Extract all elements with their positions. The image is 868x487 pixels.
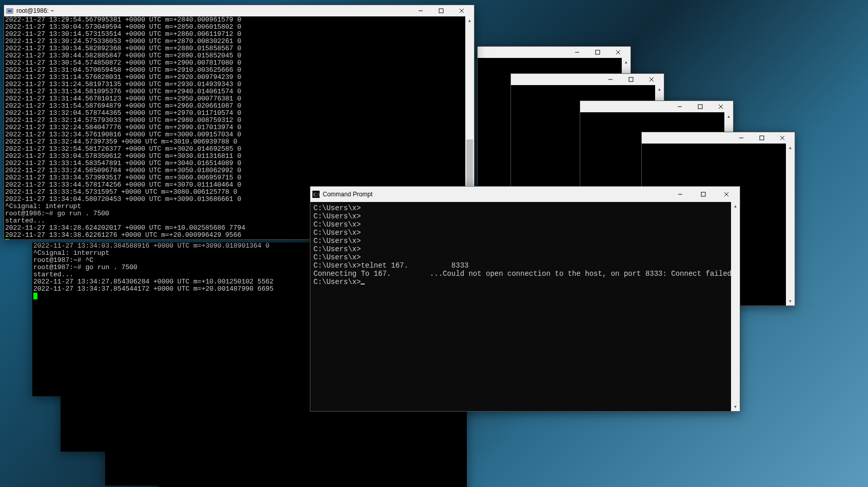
minimize-button[interactable] — [600, 74, 621, 85]
putty-icon — [6, 7, 13, 14]
terminal-line: 2022-11-27 13:32:44.57397359 +0000 UTC m… — [5, 138, 464, 146]
terminal-line: 2022-11-27 13:31:54.587694879 +0000 UTC … — [5, 103, 464, 110]
scroll-up-icon[interactable]: ▲ — [731, 202, 740, 211]
terminal-line: 2022-11-27 13:33:14.583547891 +0000 UTC … — [5, 160, 464, 167]
close-button[interactable] — [711, 101, 731, 112]
scroll-thumb[interactable] — [466, 139, 473, 186]
terminal-output[interactable]: C:\Users\x>C:\Users\x>C:\Users\x>C:\User… — [310, 202, 731, 411]
putty-titlebar[interactable]: root@1986: ~ — [4, 5, 474, 16]
maximize-button[interactable] — [431, 5, 451, 16]
minimize-button[interactable] — [567, 47, 587, 58]
scroll-up-icon[interactable]: ▲ — [465, 16, 474, 25]
terminal-line: 2022-11-27 13:30:34.582892368 +0000 UTC … — [5, 45, 464, 52]
scroll-down-icon[interactable]: ▼ — [731, 402, 740, 411]
minimize-button[interactable] — [731, 132, 752, 144]
scroll-up-icon[interactable]: ▲ — [724, 112, 733, 121]
scroll-up-icon[interactable]: ▲ — [786, 144, 795, 152]
svg-rect-2 — [698, 105, 702, 109]
bg-window-1-titlebar[interactable] — [478, 47, 630, 58]
window-title: root@1986: ~ — [16, 7, 410, 14]
maximize-button[interactable] — [587, 47, 608, 58]
terminal-line: 2022-11-27 13:29:54.567995381 +0000 UTC … — [5, 16, 464, 24]
close-button[interactable] — [451, 5, 472, 16]
svg-rect-6 — [439, 9, 443, 13]
terminal-line: 2022-11-27 13:30:44.582885847 +0000 UTC … — [5, 52, 464, 59]
scrollbar[interactable]: ▲▼ — [786, 144, 795, 306]
terminal-line: 2022-11-27 13:33:34.573993517 +0000 UTC … — [5, 174, 464, 181]
terminal-line: 2022-11-27 13:33:24.585096784 +0000 UTC … — [5, 167, 464, 174]
maximize-button[interactable] — [690, 101, 711, 112]
maximize-button[interactable] — [752, 132, 772, 144]
terminal-line: C:\Users\x> — [313, 220, 728, 229]
terminal-line: 2022-11-27 13:32:14.575793033 +0000 UTC … — [5, 117, 464, 124]
terminal-line: C:\Users\x>telnet 167. 8333 — [313, 261, 728, 270]
minimize-button[interactable] — [669, 101, 690, 112]
minimize-button[interactable] — [410, 5, 431, 16]
bg-window-4-titlebar[interactable] — [642, 132, 795, 144]
scroll-up-icon[interactable]: ▲ — [655, 85, 664, 94]
terminal-line: C:\Users\x> — [313, 212, 728, 220]
close-button[interactable] — [772, 132, 793, 144]
command-prompt-window[interactable]: C:\ Command Prompt C:\Users\x>C:\Users\x… — [310, 186, 740, 412]
window-title: Command Prompt — [323, 191, 668, 198]
terminal-line: 2022-11-27 13:31:14.576828031 +0000 UTC … — [5, 74, 464, 81]
scrollbar[interactable]: ▲ ▼ — [731, 202, 740, 411]
terminal-line: 2022-11-27 13:32:24.584047776 +0000 UTC … — [5, 124, 464, 131]
svg-rect-0 — [596, 50, 600, 54]
bg-window-2-titlebar[interactable] — [511, 74, 664, 85]
cursor-block — [5, 239, 9, 239]
terminal-line: 2022-11-27 13:30:14.573153514 +0000 UTC … — [5, 31, 464, 38]
close-button[interactable] — [715, 187, 738, 202]
cmd-titlebar[interactable]: C:\ Command Prompt — [310, 187, 740, 202]
terminal-line: 2022-11-27 13:31:34.581095376 +0000 UTC … — [5, 88, 464, 95]
svg-rect-9 — [701, 192, 705, 196]
svg-text:C:\: C:\ — [313, 192, 320, 197]
svg-rect-1 — [629, 77, 633, 82]
terminal-line: C:\Users\x> — [313, 237, 728, 245]
close-button[interactable] — [608, 47, 628, 58]
terminal-line: 2022-11-27 13:31:24.581973135 +0000 UTC … — [5, 81, 464, 88]
cursor-block — [33, 293, 37, 299]
terminal-line: 2022-11-27 13:30:04.573049594 +0000 UTC … — [5, 24, 464, 31]
minimize-button[interactable] — [668, 187, 692, 202]
terminal-line: C:\Users\x> — [313, 278, 728, 286]
terminal-line: 2022-11-27 13:33:04.578350612 +0000 UTC … — [5, 153, 464, 160]
terminal-line: C:\Users\x> — [313, 229, 728, 237]
terminal-line: 2022-11-27 13:32:34.576190816 +0000 UTC … — [5, 131, 464, 138]
close-button[interactable] — [641, 74, 662, 85]
scroll-up-icon[interactable]: ▲ — [622, 58, 630, 67]
terminal-line: 2022-11-27 13:30:24.575336053 +0000 UTC … — [5, 38, 464, 45]
bg-window-3-titlebar[interactable] — [580, 101, 733, 112]
svg-rect-3 — [760, 136, 764, 140]
scroll-down-icon[interactable]: ▼ — [786, 297, 795, 306]
terminal-line: C:\Users\x> — [313, 204, 728, 212]
terminal-line: 2022-11-27 13:32:54.581726377 +0000 UTC … — [5, 146, 464, 153]
terminal-line: C:\Users\x> — [313, 245, 728, 253]
terminal-line: C:\Users\x> — [313, 253, 728, 261]
terminal-line: 2022-11-27 13:30:54.574850872 +0000 UTC … — [5, 59, 464, 67]
maximize-button[interactable] — [692, 187, 715, 202]
terminal-line: 2022-11-27 13:32:04.578744365 +0000 UTC … — [5, 110, 464, 117]
terminal-line: 2022-11-27 13:31:44.567810123 +0000 UTC … — [5, 95, 464, 103]
svg-rect-5 — [8, 10, 12, 12]
cmd-icon: C:\ — [312, 191, 320, 198]
maximize-button[interactable] — [621, 74, 641, 85]
terminal-line: 2022-11-27 13:31:04.570659458 +0000 UTC … — [5, 67, 464, 74]
terminal-line: Connecting To 167. ...Could not open con… — [313, 270, 728, 278]
